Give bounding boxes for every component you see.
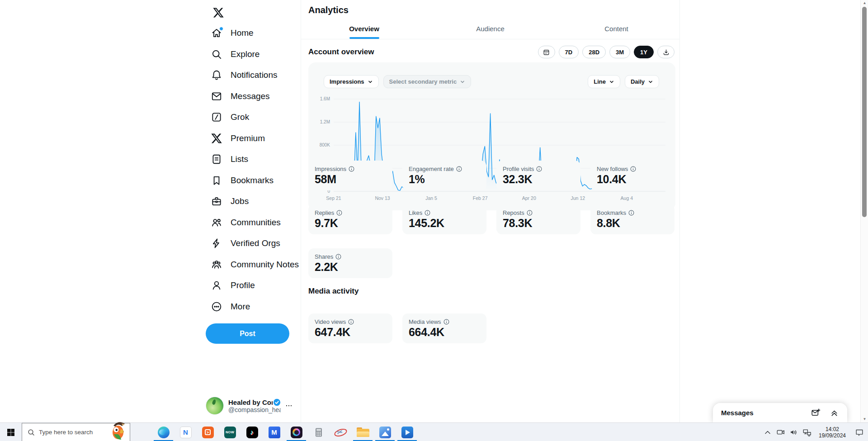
sidebar-item-label: Profile <box>231 280 255 290</box>
verified-orgs-icon <box>211 237 222 249</box>
taskbar-app-orange[interactable]: > <box>197 423 219 441</box>
parrot-mascot-image <box>110 420 128 441</box>
taskbar-app-movies[interactable] <box>396 423 418 441</box>
calendar-button[interactable] <box>538 46 555 58</box>
sidebar-item-explore[interactable]: Explore <box>206 44 294 65</box>
sidebar-item-messages[interactable]: Messages <box>206 86 294 107</box>
page-scrollbar[interactable]: ▲ ▼ <box>860 0 868 422</box>
granularity-dropdown[interactable]: Daily <box>625 75 659 88</box>
x-brand-icon <box>212 7 224 19</box>
taskbar-search-box[interactable] <box>22 423 130 441</box>
taskbar-app-camera[interactable] <box>285 423 307 441</box>
taskbar-app-m[interactable]: M <box>263 423 285 441</box>
sidebar-item-jobs[interactable]: Jobs <box>206 191 294 212</box>
sidebar-item-more[interactable]: More <box>206 296 294 318</box>
sidebar-item-grok[interactable]: Grok <box>206 107 294 128</box>
info-icon[interactable] <box>536 166 542 172</box>
info-icon[interactable] <box>628 210 634 216</box>
chart-type-label: Line <box>594 78 606 85</box>
start-button[interactable] <box>0 423 22 441</box>
scrollbar-down-arrow[interactable]: ▼ <box>861 416 868 422</box>
metric-value: 2.2K <box>315 261 386 274</box>
range-28d-button[interactable]: 28D <box>582 46 606 58</box>
range-3m-button[interactable]: 3M <box>609 46 630 58</box>
primary-metric-dropdown[interactable]: Impressions <box>324 75 379 88</box>
tray-volume-icon[interactable] <box>789 427 799 437</box>
tray-network-icon[interactable] <box>802 427 812 437</box>
download-button[interactable] <box>657 46 675 58</box>
range-7d-button[interactable]: 7D <box>559 46 579 58</box>
sidebar-item-profile[interactable]: Profile <box>206 275 294 296</box>
chart-display-controls: Line Daily <box>588 75 659 88</box>
screen: Home Explore Notifications Messages <box>0 0 868 441</box>
info-icon[interactable] <box>443 319 449 325</box>
post-button[interactable]: Post <box>206 323 289 344</box>
taskbar-clock[interactable]: 14:02 19/09/2024 <box>815 426 849 439</box>
now-app-icon: NOW <box>224 427 236 438</box>
sidebar-item-bookmarks[interactable]: Bookmarks <box>206 170 294 191</box>
taskbar-app-edge[interactable] <box>152 423 175 441</box>
granularity-label: Daily <box>631 78 645 85</box>
x-logo[interactable] <box>208 3 228 23</box>
range-1y-button[interactable]: 1Y <box>634 46 654 58</box>
svg-text:1.6M: 1.6M <box>320 96 330 101</box>
scrollbar-up-arrow[interactable]: ▲ <box>861 0 868 6</box>
snipping-tool-icon: ✂ <box>335 427 347 438</box>
taskbar-app-notion[interactable]: N <box>175 423 197 441</box>
info-icon[interactable] <box>348 319 354 325</box>
sidebar-item-home[interactable]: Home <box>206 23 294 44</box>
tab-content[interactable]: Content <box>553 18 679 39</box>
info-icon[interactable] <box>425 210 430 216</box>
secondary-metric-dropdown[interactable]: Select secondary metric <box>383 75 472 88</box>
sidebar-item-notifications[interactable]: Notifications <box>206 65 294 86</box>
chart-type-dropdown[interactable]: Line <box>588 75 620 88</box>
taskbar-app-tiktok[interactable]: ♪ <box>241 423 263 441</box>
info-icon[interactable] <box>630 166 636 172</box>
sidebar-item-label: Communities <box>231 218 281 228</box>
taskbar-app-photos[interactable] <box>374 423 396 441</box>
tab-audience[interactable]: Audience <box>427 18 553 39</box>
taskbar-app-calculator[interactable] <box>307 423 330 441</box>
orange-glyph: > <box>205 429 211 435</box>
svg-text:800K: 800K <box>320 142 330 147</box>
collapse-drawer-icon[interactable] <box>830 408 839 417</box>
notion-letter: N <box>183 428 188 436</box>
account-more-icon[interactable] <box>284 401 293 410</box>
info-icon[interactable] <box>456 166 462 172</box>
action-center-icon[interactable] <box>854 427 864 437</box>
taskbar-app-now[interactable]: NOW <box>219 423 241 441</box>
metric-label: Profile visits <box>503 166 534 172</box>
m-app-icon: M <box>269 427 280 438</box>
messages-drawer[interactable]: Messages <box>713 403 847 422</box>
info-icon[interactable] <box>349 166 354 172</box>
taskbar-app-file-explorer[interactable] <box>352 423 374 441</box>
info-icon[interactable] <box>336 210 342 216</box>
taskbar-pinned-apps: N > NOW ♪ M ✂ <box>152 423 418 441</box>
sidebar-item-verified-orgs[interactable]: Verified Orgs <box>206 233 294 254</box>
info-icon[interactable] <box>335 254 341 260</box>
sidebar-item-community-notes[interactable]: Community Notes <box>206 254 294 275</box>
system-tray: 14:02 19/09/2024 <box>763 423 864 441</box>
chevron-down-icon <box>609 79 614 85</box>
new-message-icon[interactable] <box>811 408 821 417</box>
sidebar-item-communities[interactable]: Communities <box>206 212 294 233</box>
info-icon[interactable] <box>527 210 533 216</box>
sidebar-item-premium[interactable]: Premium <box>206 128 294 149</box>
taskbar-search-input[interactable] <box>39 429 102 436</box>
verified-badge-icon <box>273 398 281 406</box>
tray-meet-now-icon[interactable] <box>776 427 786 437</box>
sidebar: Home Explore Notifications Messages <box>0 0 301 422</box>
metric-value: 145.2K <box>409 217 480 230</box>
scrollbar-thumb[interactable] <box>862 7 867 217</box>
tab-overview[interactable]: Overview <box>301 18 427 39</box>
sidebar-item-lists[interactable]: Lists <box>206 149 294 170</box>
tray-chevron-up-icon[interactable] <box>763 427 773 437</box>
calendar-icon <box>542 48 550 56</box>
taskbar-app-snipping[interactable]: ✂ <box>330 423 352 441</box>
metric-label: Shares <box>315 253 333 260</box>
account-switcher[interactable]: Healed by Compas @compassion_heal <box>206 394 301 417</box>
section-title-account-overview: Account overview <box>308 47 374 57</box>
avatar <box>206 397 224 415</box>
more-icon <box>211 301 222 313</box>
jobs-icon <box>211 195 222 207</box>
